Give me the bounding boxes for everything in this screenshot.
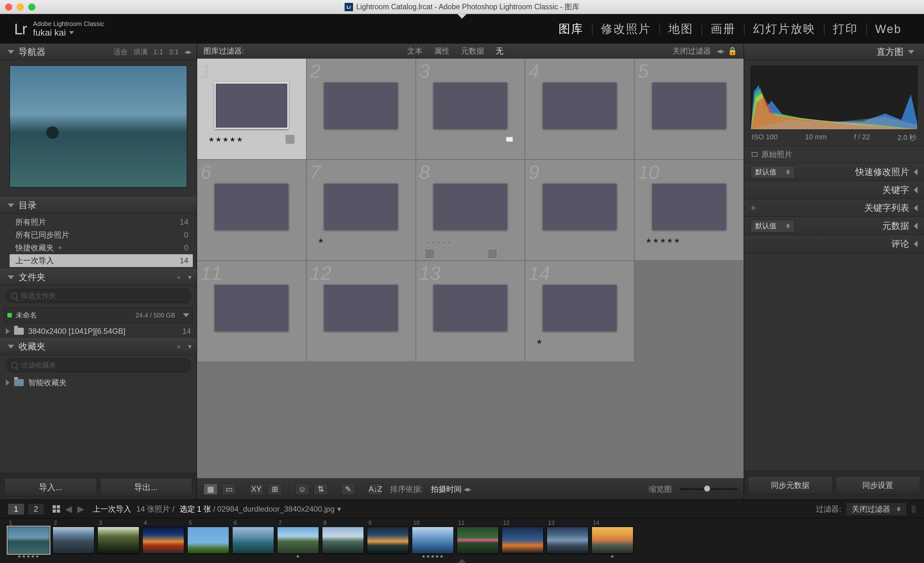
grid-cell[interactable]: 14★ [525,261,634,362]
grid-cell[interactable]: 3 [416,59,525,159]
grid-view-button[interactable]: ▦ [203,483,218,495]
filmstrip-cell[interactable]: 6 [232,520,274,559]
grid-cell[interactable]: 8. . . . . [416,159,525,261]
quick-develop-header[interactable]: 默认值 快速修改照片 [744,163,924,181]
path-menu-icon[interactable]: ▾ [337,504,341,513]
panel-collapse-top-icon[interactable] [458,14,466,19]
catalog-item[interactable]: 上一次导入14 [10,254,193,267]
grid-cell[interactable]: 11 [197,261,306,362]
import-button[interactable]: 导入... [4,478,97,496]
filmstrip-cell[interactable]: 2 [52,520,94,559]
identity-name[interactable]: fukai kai [33,28,66,38]
grid-cell[interactable]: 4 [525,59,634,159]
filter-无[interactable]: 无 [496,47,503,55]
people-view-button[interactable]: ☺ [295,483,309,495]
grid-cell[interactable]: 12 [306,261,416,362]
filmstrip-cell[interactable]: 5 [188,520,229,559]
sort-asc-button[interactable]: A↓Z [368,483,382,495]
volume-row[interactable]: 未命名 24.4 / 500 GB [4,308,193,323]
smart-collections[interactable]: 智能收藏夹 [0,375,196,390]
filmstrip-cell[interactable]: 3 [98,520,139,559]
add-keyword-icon[interactable]: + [750,203,756,213]
module-修改照片[interactable]: 修改照片 [592,21,659,37]
navigator-header[interactable]: 导航器 适合 填满 1:1 3:1 ◂▸ [0,44,196,60]
flag-icon[interactable] [506,137,513,142]
next-photo-button[interactable]: ▶ [77,504,84,514]
sync-metadata-button[interactable]: 同步元数据 [748,476,832,494]
filmstrip-cell[interactable]: 10★★★★★ [412,520,454,559]
expand-icon[interactable] [6,380,10,386]
catalog-item[interactable]: 所有已同步照片0 [10,228,193,242]
close-window-button[interactable] [5,3,12,11]
module-图库[interactable]: 图库 [550,21,592,37]
dropdown-icon[interactable]: ◂▸ [717,47,724,56]
grid-cell[interactable]: 10★★★★★ [634,159,744,261]
histogram-header[interactable]: 直方图 [744,44,924,60]
filter-preset-menu[interactable]: 关闭过滤器 [672,46,711,56]
volume-menu-icon[interactable] [183,313,189,317]
nav-3to1[interactable]: 3:1 [169,48,179,56]
filmstrip-cell[interactable]: 13 [547,520,588,559]
second-window-button[interactable]: 2 [28,503,44,515]
rating-stars[interactable]: ★★★★★ [208,135,243,144]
filmstrip-cell[interactable]: 12 [502,520,543,559]
filmstrip-cell[interactable]: 1★★★★★ [8,520,50,559]
filmstrip-cell[interactable]: 9 [367,520,409,559]
identity-menu-icon[interactable] [69,31,74,35]
filter-元数据[interactable]: 元数据 [461,47,484,55]
catalog-header[interactable]: 目录 [0,197,196,214]
navigator-preview[interactable] [10,66,187,188]
module-幻灯片放映[interactable]: 幻灯片放映 [745,21,824,37]
rating-stars[interactable]: ★ [536,338,543,346]
grid-cell[interactable]: 2 [306,59,416,159]
histogram[interactable] [750,66,918,130]
panel-collapse-bottom-icon[interactable] [458,559,466,563]
expand-icon[interactable] [6,328,10,335]
catalog-item[interactable]: 快捷收藏夹 +0 [10,242,193,254]
export-button[interactable]: 导出... [100,478,192,496]
grid-cell[interactable]: 6 [197,159,306,261]
metadata-preset-menu[interactable]: 默认值 [750,219,795,233]
sort-direction-button[interactable]: ⇅ [314,483,328,495]
grid-cell[interactable]: 5 [634,59,744,159]
nav-zoom-menu-icon[interactable]: ◂▸ [184,48,192,56]
sort-field-menu[interactable]: 拍摄时间 ◂▸ [431,484,472,494]
collection-filter-input[interactable]: 过滤收藏夹 [6,358,191,372]
painter-button[interactable]: ✎ [341,483,355,495]
stack-controls[interactable] [426,250,496,258]
rating-stars[interactable]: ★ [318,237,325,245]
main-window-button[interactable]: 1 [8,503,24,515]
filter-lock-icon[interactable]: 🔒 [728,47,737,56]
thumbnail-size-slider[interactable] [680,488,737,490]
grid-cell[interactable]: 7★ [306,159,416,261]
sync-settings-button[interactable]: 同步设置 [836,476,921,494]
collections-menu-icon[interactable]: ▾ [188,342,192,351]
nav-fill[interactable]: 填满 [134,47,148,57]
nav-1to1[interactable]: 1:1 [153,48,163,56]
filter-属性[interactable]: 属性 [434,47,450,55]
filmstrip-cell[interactable]: 8 [322,520,364,559]
minimize-window-button[interactable] [16,3,24,11]
module-地图[interactable]: 地图 [660,21,702,37]
filmstrip-cell[interactable]: 11 [457,520,499,559]
grid-cell[interactable]: 9 [525,159,634,261]
nav-fit[interactable]: 适合 [114,47,128,57]
folders-menu-icon[interactable]: ▾ [188,273,192,281]
filmstrip-filter-menu[interactable]: 关闭过滤器 [846,502,907,516]
module-画册[interactable]: 画册 [702,21,744,37]
grid-cell[interactable]: 1★★★★★ [197,59,306,159]
loupe-view-button[interactable]: ▭ [222,483,236,495]
compare-view-button[interactable]: XY [249,483,263,495]
keyword-list-header[interactable]: + 关键字列表 [744,199,924,217]
filmstrip-cell[interactable]: 7★ [277,520,319,559]
folder-filter-input[interactable]: 筛选文件夹 [6,289,191,303]
folders-header[interactable]: 文件夹 ＋ ▾ [0,269,196,286]
collections-header[interactable]: 收藏夹 ＋ ▾ [0,338,196,355]
comments-header[interactable]: 评论 [744,235,924,253]
grid-jump-icon[interactable] [52,505,60,513]
original-photo-toggle[interactable]: 原始照片 [744,146,924,163]
catalog-item[interactable]: 所有照片14 [10,216,193,228]
module-打印[interactable]: 打印 [825,21,866,37]
prev-photo-button[interactable]: ◀ [65,504,72,514]
collections-add-icon[interactable]: ＋ [175,342,182,351]
